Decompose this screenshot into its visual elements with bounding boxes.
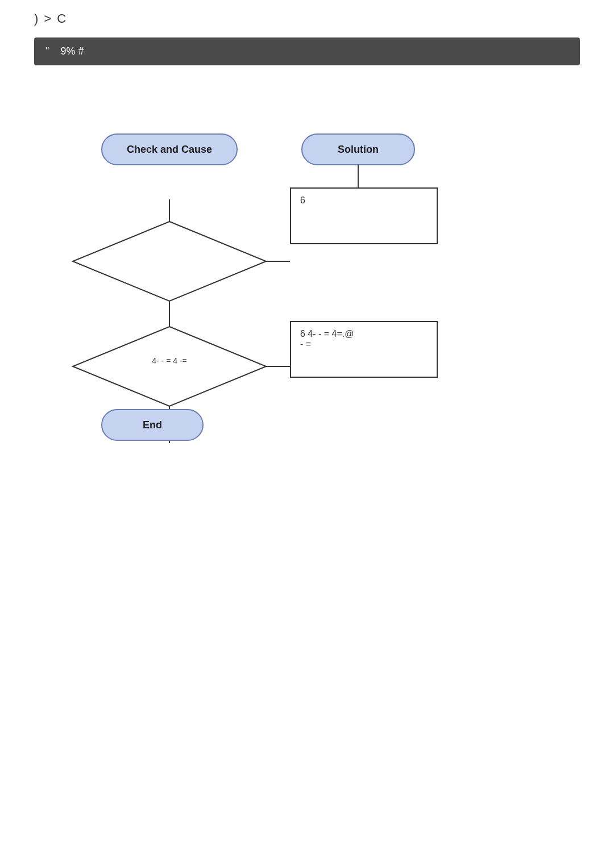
diamond2-label: 4- - = 4 -=: [101, 356, 238, 365]
nav-separator: >: [44, 11, 51, 26]
toolbar-icon: ": [45, 45, 49, 57]
solution-node[interactable]: Solution: [301, 133, 415, 165]
toolbar: " 9% #: [34, 37, 580, 65]
rect1-node[interactable]: 6: [290, 187, 438, 244]
nav-item-2[interactable]: C: [57, 11, 66, 26]
diagram-area: Check and Cause Solution 6 4- - = 4 -= 6…: [0, 99, 614, 611]
svg-marker-1: [73, 222, 266, 301]
end-node[interactable]: End: [101, 409, 204, 441]
toolbar-progress: 9% #: [60, 45, 84, 57]
nav-item-1[interactable]: ): [34, 11, 38, 26]
svg-marker-8: [73, 327, 266, 406]
check-and-cause-node[interactable]: Check and Cause: [101, 133, 238, 165]
top-nav: ) > C: [0, 0, 614, 37]
rect2-node[interactable]: 6 4- - = 4=.@ - =: [290, 321, 438, 378]
